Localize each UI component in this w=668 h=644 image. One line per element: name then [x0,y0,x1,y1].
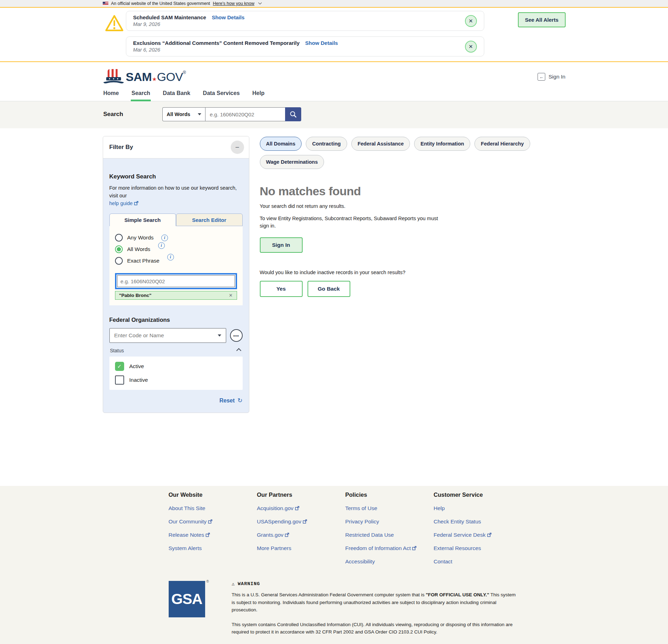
nav-item-data-services[interactable]: Data Services [202,89,241,101]
reset-filters-button[interactable]: Reset ↻ [220,397,243,404]
go-back-button[interactable]: Go Back [308,281,350,297]
close-icon[interactable]: ✕ [465,15,477,27]
domain-chip-contracting[interactable]: Contracting [306,137,347,151]
chevron-up-icon [236,348,241,353]
alert-exclusions: Exclusions “Additional Comments” Content… [126,36,484,56]
see-all-alerts-button[interactable]: See All Alerts [518,12,566,27]
footer-col-our-partners: Our Partners Acquisition.gov USASpending… [257,492,345,565]
system-warning: ⚠ WARNING This is a U.S. General Service… [232,581,518,636]
footer-link-system-alerts[interactable]: System Alerts [169,545,257,551]
checkbox-inactive[interactable]: Inactive [115,375,237,385]
warning-triangle-icon [105,13,124,35]
inactive-records-question: Would you like to include inactive recor… [260,270,566,275]
footer-link-federal-service-desk[interactable]: Federal Service Desk [434,532,522,538]
info-icon[interactable]: i [167,254,174,260]
footer-link-external-resources[interactable]: External Resources [434,545,522,551]
search-mode-select[interactable]: All Words [162,107,205,121]
show-details-link[interactable]: Show Details [305,40,338,46]
how-you-know-link[interactable]: Here's how you know [213,1,254,6]
footer-col-policies: Policies Terms of Use Privacy Policy Res… [345,492,434,565]
help-guide-link[interactable]: help guide [109,201,133,206]
external-link-icon [412,546,417,550]
alert-date: Mar 6, 2026 [133,47,459,53]
footer-link-accessibility[interactable]: Accessibility [345,558,434,565]
radio-all-words[interactable]: All Words i [115,245,237,253]
external-link-icon [487,533,492,537]
footer-link-help[interactable]: Help [434,505,522,511]
yes-button[interactable]: Yes [260,281,303,297]
sign-in-link[interactable]: ← Sign In [538,73,565,81]
gsa-registered-mark: ® [206,579,209,583]
footer-link-usaspending-gov[interactable]: USASpending.gov [257,518,345,525]
collapse-filter-button[interactable]: − [231,141,244,154]
show-details-link[interactable]: Show Details [212,14,244,20]
uncle-sam-hat-icon [103,68,124,85]
warning-icon: ⚠ [232,581,235,587]
keyword-input-focus-ring [115,273,237,289]
footer-link-privacy-policy[interactable]: Privacy Policy [345,518,434,525]
search-mode-value: All Words [167,111,190,117]
tab-simple-search[interactable]: Simple Search [109,213,176,226]
us-flag-icon [103,2,108,6]
domain-chip-entity-information[interactable]: Entity Information [414,137,470,151]
radio-circle [115,257,123,265]
external-link-icon [303,519,307,524]
footer-link-terms-of-use[interactable]: Terms of Use [345,505,434,511]
more-options-button[interactable]: ••• [230,329,243,342]
footer-link-check-entity-status[interactable]: Check Entity Status [434,518,522,525]
nav-item-data-bank[interactable]: Data Bank [162,89,191,101]
gov-banner: An official website of the United States… [0,0,668,8]
alert-title: Scheduled SAM Maintenance [133,14,206,20]
footer-link-acquisition-gov[interactable]: Acquisition.gov [257,505,345,511]
keyword-input[interactable] [117,275,235,287]
status-section-toggle[interactable]: Status [109,348,243,353]
domain-chip-federal-hierarchy[interactable]: Federal Hierarchy [474,137,530,151]
footer-col-our-website: Our Website About This Site Our Communit… [169,492,257,565]
close-icon[interactable]: ✕ [465,41,477,53]
tab-search-editor[interactable]: Search Editor [176,213,243,226]
main-nav: Home Search Data Bank Data Services Help [0,89,668,101]
search-button[interactable] [285,107,301,121]
sign-in-button[interactable]: Sign In [260,237,303,253]
domain-filter-chips: All Domains Contracting Federal Assistan… [260,137,566,169]
radio-any-words[interactable]: Any Words i [115,234,237,242]
info-icon[interactable]: i [161,235,168,241]
logo-star-icon: ★ [152,76,157,82]
sign-in-arrow-icon: ← [538,73,545,81]
info-icon[interactable]: i [158,242,165,249]
logo-gov-text: GOV [157,70,183,83]
nav-item-search[interactable]: Search [131,89,151,101]
warning-title: WARNING [238,581,260,587]
nav-item-home[interactable]: Home [103,89,120,101]
reset-icon: ↻ [237,397,242,404]
footer-link-release-notes[interactable]: Release Notes [169,532,257,538]
radio-circle [115,234,123,242]
domain-chip-all-domains[interactable]: All Domains [260,137,302,151]
radio-exact-phrase[interactable]: Exact Phrase i [115,257,237,265]
nav-item-help[interactable]: Help [252,89,265,101]
domain-chip-federal-assistance[interactable]: Federal Assistance [351,137,410,151]
footer-link-foia[interactable]: Freedom of Information Act [345,545,434,551]
footer-link-about-this-site[interactable]: About This Site [169,505,257,511]
federal-orgs-combobox[interactable]: Enter Code or Name [109,328,226,343]
keyword-chip-label: "Pablo Bronc" [119,293,151,298]
federal-orgs-placeholder: Enter Code or Name [114,332,164,339]
external-link-icon [208,519,212,524]
checkbox-unchecked [115,375,124,385]
footer-link-restricted-data-use[interactable]: Restricted Data Use [345,532,434,538]
search-input[interactable] [205,107,285,121]
logo-sam-text: SAM [126,70,152,83]
footer-link-more-partners[interactable]: More Partners [257,545,345,551]
chevron-down-icon [198,113,201,115]
domain-chip-wage-determinations[interactable]: Wage Determinations [260,155,324,169]
external-link-icon [295,506,299,510]
federal-orgs-heading: Federal Organizations [109,317,243,323]
main-content: Filter By − Keyword Search For more info… [0,128,668,486]
footer-link-grants-gov[interactable]: Grants.gov [257,532,345,538]
keyword-search-tabs: Simple Search Search Editor [109,213,243,226]
checkbox-active[interactable]: ✓ Active [115,362,237,371]
remove-chip-icon[interactable]: ✕ [229,293,233,298]
footer-link-contact[interactable]: Contact [434,558,522,565]
footer-link-our-community[interactable]: Our Community [169,518,257,525]
keyword-info-text: For more information on how to use our k… [109,185,237,198]
